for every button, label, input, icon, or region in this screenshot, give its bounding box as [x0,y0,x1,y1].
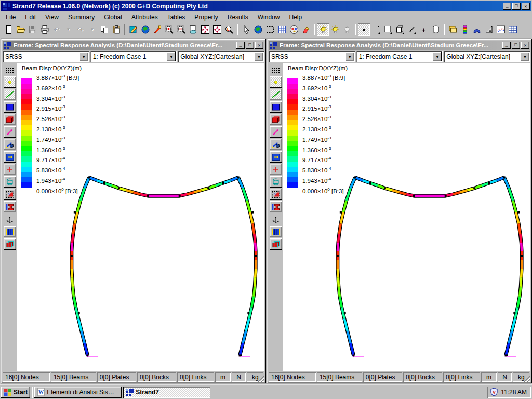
contour-cylinder-toggle-button[interactable] [270,176,282,188]
select-by-group-button[interactable] [288,23,300,36]
status-cell-plates[interactable]: 0[0] Plates [363,372,402,382]
status-cell-nodes[interactable]: 16[0] Nodes [3,372,50,382]
line-tool-button[interactable] [370,23,382,36]
menu-window[interactable]: Window [253,12,285,22]
select-grid-button[interactable] [276,23,288,36]
status-cell-bricks[interactable]: 0[0] Bricks [403,372,442,382]
brick-toggle-button[interactable] [4,114,16,125]
snap-grid-button[interactable] [270,64,282,75]
load-marker-toggle-button[interactable] [4,164,16,175]
node-toggle-button[interactable] [270,76,282,88]
model-canvas[interactable]: Beam Disp:D(XYZ)(m)3.887×10-3 [B:9]3.692… [283,63,530,371]
zoom-in-button[interactable] [163,23,175,36]
model-canvas[interactable]: Beam Disp:D(XYZ)(m)3.887×10-3 [B:9]3.692… [17,63,264,371]
frame-minimize-button[interactable]: _ [502,42,511,49]
start-button[interactable]: Start [1,387,30,398]
link-toggle-button[interactable] [270,126,282,138]
beam-toggle-button[interactable] [4,89,16,100]
close-button[interactable]: ✕ [522,3,530,10]
protractor-measure-button[interactable] [483,23,495,36]
chevron-down-icon[interactable]: ▼ [433,52,442,61]
task-button-strand7[interactable]: Strand7 [123,387,210,398]
cylinder-tool-button[interactable] [430,23,442,36]
menu-tables[interactable]: Tables [163,12,190,22]
menu-summary[interactable]: Summary [63,12,99,22]
main-titlebar[interactable]: Strand7 Release 1.06.0 (Network) (c) 200… [1,1,531,11]
results-table-button[interactable] [507,23,518,36]
beam-section-toggle-button[interactable] [270,201,282,212]
node-toggle-button[interactable] [4,76,16,88]
coordinate-system-combobox[interactable]: Global XYZ:[Cartesian] ▼ [178,51,264,62]
plate-pattern-toggle-button[interactable] [270,189,282,200]
face-toggle-button[interactable] [270,151,282,163]
frame-close-button[interactable]: ✕ [521,42,529,49]
status-cell-links[interactable]: 0[0] Links [443,372,480,382]
dynamic-rotate-button[interactable] [139,23,151,36]
coordinate-system-combobox[interactable]: Global XYZ:[Cartesian] ▼ [444,51,530,62]
chevron-down-icon[interactable]: ▼ [79,52,88,61]
chevron-down-icon[interactable]: ▼ [167,52,176,61]
print-button[interactable] [38,23,50,36]
menu-property[interactable]: Property [190,12,222,22]
status-cell-links[interactable]: 0[0] Links [177,372,214,382]
menu-global[interactable]: Global [99,12,127,22]
new-file-button[interactable] [3,23,15,36]
chevron-down-icon[interactable]: ▼ [345,52,354,61]
vertex-toggle-button[interactable] [4,139,16,150]
freedom-case-combobox[interactable]: 1: Freedom Case 1 ▼ [356,51,443,62]
status-cell-plates[interactable]: 0[0] Plates [97,372,136,382]
result-case-combobox[interactable]: SRSS ▼ [3,51,89,62]
chevron-down-icon[interactable]: ▼ [521,52,529,61]
grid-plane-toggle-button[interactable] [4,226,16,237]
point-tool-button[interactable] [358,23,370,36]
select-pointer-button[interactable] [240,23,252,36]
paste-button[interactable] [110,23,122,36]
beam-section-toggle-button[interactable] [4,201,16,212]
cube-tool-button[interactable] [394,23,406,36]
result-case-combobox[interactable]: SRSS ▼ [269,51,355,62]
zoom-all-button[interactable] [199,23,211,36]
chevron-down-icon[interactable]: ▼ [255,52,263,61]
plate-toggle-button[interactable] [270,101,282,113]
display-bulb-wireframe-button[interactable] [317,23,329,36]
results-graph-button[interactable] [495,23,507,36]
display-bulb-solid-button[interactable] [329,23,341,36]
frame-titlebar[interactable]: Frame: Spectral Response Analysis (D:\Da… [269,41,530,50]
plate-toggle-button[interactable] [4,101,16,113]
grid-plane-toggle-button[interactable] [270,226,282,237]
select-all-globe-button[interactable] [252,23,264,36]
brick-toggle-button[interactable] [270,114,282,125]
frame-close-button[interactable]: ✕ [255,42,263,49]
menu-attributes[interactable]: Attributes [127,12,163,22]
contour-colorbar-button[interactable] [459,23,471,36]
status-cell-bricks[interactable]: 0[0] Bricks [137,372,176,382]
sketch-brush-button[interactable] [151,23,163,36]
menu-results[interactable]: Results [223,12,253,22]
redraw-button[interactable]: L [223,23,235,36]
axis-triad-toggle-button[interactable] [4,214,16,225]
face-toggle-button[interactable] [4,151,16,163]
status-cell-beams[interactable]: 15[0] Beams [51,372,96,382]
snap-grid-button[interactable] [4,64,16,75]
antivirus-shield-icon[interactable]: V [490,388,498,397]
menu-file[interactable]: File [1,12,20,22]
status-cell-beams[interactable]: 15[0] Beams [317,372,362,382]
display-bulb-off-button[interactable] [341,23,353,36]
open-file-button[interactable] [15,23,26,36]
beam-toggle-button[interactable] [270,89,282,100]
menu-help[interactable]: Help [284,12,307,22]
copy-button[interactable] [98,23,110,36]
rect-tool-button[interactable] [382,23,394,36]
brick-contour-toggle-button[interactable] [270,238,282,250]
groups-folders-button[interactable] [447,23,459,36]
axis-triad-toggle-button[interactable] [270,214,282,225]
status-cell-m[interactable]: m [481,372,497,382]
maximize-button[interactable]: □ [512,3,521,10]
vertex-toggle-button[interactable] [270,139,282,150]
status-cell-m[interactable]: m [215,372,231,382]
status-cell-n[interactable]: N [232,372,246,382]
status-cell-nodes[interactable]: 16[0] Nodes [269,372,316,382]
plate-pattern-toggle-button[interactable] [4,189,16,200]
add-plus-tool-button[interactable]: + [418,23,430,36]
drag-arrow-tool-button[interactable] [406,23,418,36]
